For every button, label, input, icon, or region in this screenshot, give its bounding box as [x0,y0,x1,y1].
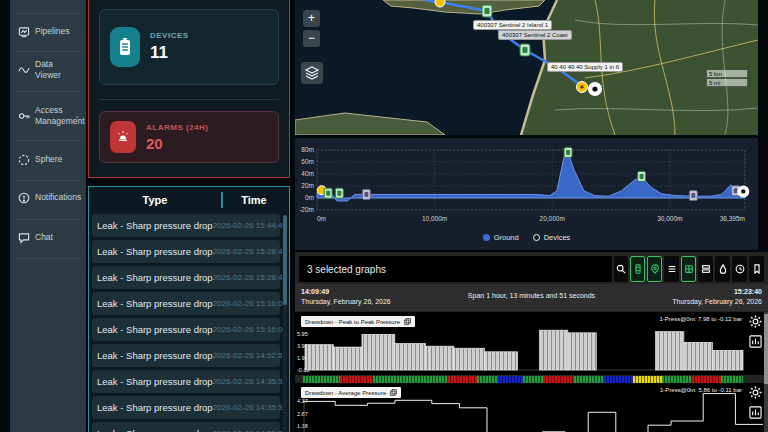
status-segment [662,376,693,383]
column-header-time[interactable]: Time [223,194,285,206]
table-row[interactable]: Leak - Sharp pressure drop2026-02-26 15:… [92,214,280,237]
alarm-siren-icon [110,121,136,153]
list-icon [667,264,677,274]
devices-card[interactable]: DEVICES 11 [99,9,279,85]
sidebar-divider [16,51,80,52]
table-row[interactable]: Leak - Sharp pressure drop2026-02-26 14:… [92,422,280,432]
status-segment [523,376,543,383]
graph2-settings-gear-icon[interactable] [749,385,762,403]
alarm-type: Leak - Sharp pressure drop [97,272,213,283]
elevation-chart[interactable]: 80m60m40m20m0m-20m0m10,000m20,000m30,000… [295,138,758,250]
legend-devices[interactable]: Devices [533,233,571,242]
device-battery-icon [110,27,140,67]
graphs-toolbar [299,256,764,282]
graph2-chart-mode-icon[interactable] [749,405,762,423]
chevron-down-icon: ⌄ [74,112,80,120]
svg-text:-20m: -20m [299,206,314,213]
graph1-chart-mode-icon[interactable] [749,334,762,352]
stats-panel: DEVICES 11 ALARMS (24H) 20 [88,0,290,178]
sidebar-divider [16,13,80,14]
elevation-legend: Ground Devices [295,233,758,242]
legend-ground[interactable]: Ground [483,233,519,242]
table-row[interactable]: Leak - Sharp pressure drop2026-02-26 15:… [92,240,280,263]
alarm-time: 2026-02-26 14:35:31 [213,377,287,386]
stats-divider [99,99,279,100]
table-scrollbar[interactable] [283,215,287,432]
graph-average-pressure[interactable]: Drawdown - Average Pressure 1-Press@0m: … [295,383,768,432]
range-end-time: 15:23:40 [672,287,762,297]
sidebar-item-access-management[interactable]: Access Management⌄ [10,104,86,128]
table-row[interactable]: Leak - Sharp pressure drop2026-02-26 14:… [92,344,280,367]
graphs-panel: 14:09:49 Thursday, February 26, 2026 Spa… [295,252,768,432]
map-marker-label[interactable]: 40 40 40 40 Supply 1 in ft [547,62,623,72]
status-segment [692,376,721,383]
sidebar-divider [16,180,80,181]
sidebar-item-data-viewer[interactable]: Data Viewer [10,58,86,82]
status-segment [543,376,574,383]
sidebar-item-label: Sphere [35,154,62,165]
alarm-time: 2026-02-26 14:35:31 [213,403,287,412]
history-icon [735,264,745,274]
graphs-scrollbar[interactable] [764,312,768,432]
sidebar-item-label: Pipelines [35,26,70,37]
grid-button[interactable] [681,256,696,282]
column-header-type[interactable]: Type [89,194,221,206]
range-end-date: Thursday, February 26, 2026 [672,297,762,307]
svg-text:36,395m: 36,395m [720,215,745,222]
graph1-title-chip[interactable]: Drawdown - Peak to Peak Pressure [301,316,415,327]
graph1-settings-gear-icon[interactable] [749,314,762,332]
table-row[interactable]: Leak - Sharp pressure drop2026-02-26 14:… [92,396,280,419]
alarm-time: 2026-02-26 15:28:45 [213,273,287,282]
alarm-time: 2026-02-26 15:16:03 [213,325,287,334]
map-pin-button[interactable] [647,256,662,282]
alarm-type: Leak - Sharp pressure drop [97,350,213,361]
map-marker-label[interactable]: 400307 Sentinel 2 Coast [498,30,572,40]
map-pin-icon [650,264,660,274]
graph2-title-chip[interactable]: Drawdown - Average Pressure [301,387,401,398]
droplet-button[interactable] [715,256,730,282]
graph1-range-label: 1-Press@0m: 7.98 to -0.12 bar [660,316,742,322]
time-range-bar: 14:09:49 Thursday, February 26, 2026 Spa… [295,284,768,311]
sidebar-item-pipelines[interactable]: Pipelines [10,20,86,44]
alarm-time: 2026-02-26 14:52:53 [213,351,287,360]
sidebar-item-chat[interactable]: Chat [10,226,86,250]
map-zoom-in-button[interactable]: + [303,10,320,27]
search-icon[interactable] [614,256,628,282]
graphs-search-input[interactable] [299,256,612,282]
rows-button[interactable] [698,256,713,282]
svg-text:2.87: 2.87 [297,411,308,417]
table-row[interactable]: Leak - Sharp pressure drop2026-02-26 15:… [92,292,280,315]
alarms-card[interactable]: ALARMS (24H) 20 [99,111,279,163]
access-management-icon [17,110,30,123]
status-strip [303,376,743,383]
sidebar-item-label: Notifications [35,192,81,203]
map[interactable]: 400307 Sentinel 2 Island 1400307 Sentine… [295,0,758,135]
sidebar-item-sphere[interactable]: Sphere [10,148,86,172]
columns-icon [633,264,643,274]
table-row[interactable]: Leak - Sharp pressure drop2026-02-26 14:… [92,370,280,393]
sidebar-item-notifications[interactable]: Notifications [10,186,86,210]
map-marker-label[interactable]: 400307 Sentinel 2 Island 1 [473,20,552,30]
sphere-icon [17,154,30,167]
alarms-label: ALARMS (24H) [146,123,208,132]
bookmark-button[interactable] [749,256,764,282]
svg-text:0m: 0m [305,194,314,201]
history-button[interactable] [732,256,747,282]
table-row[interactable]: Leak - Sharp pressure drop2026-02-26 15:… [92,266,280,289]
columns-button[interactable] [630,256,645,282]
alarm-time: 2026-02-26 15:28:45 [213,247,287,256]
sidebar-divider [16,140,80,141]
status-segment [448,376,477,383]
list-button[interactable] [664,256,679,282]
svg-text:0m: 0m [317,215,326,222]
map-layers-button[interactable] [301,62,323,84]
status-segment [574,376,605,383]
table-row[interactable]: Leak - Sharp pressure drop2026-02-26 15:… [92,318,280,341]
graph-peak-to-peak[interactable]: Drawdown - Peak to Peak Pressure 1-Press… [295,312,768,375]
svg-text:30,000m: 30,000m [657,215,682,222]
map-zoom-out-button[interactable]: − [303,30,320,47]
rows-icon [701,264,711,274]
chat-icon [17,232,30,245]
sidebar-item-label: Chat [35,232,53,243]
alarm-type: Leak - Sharp pressure drop [97,324,213,335]
